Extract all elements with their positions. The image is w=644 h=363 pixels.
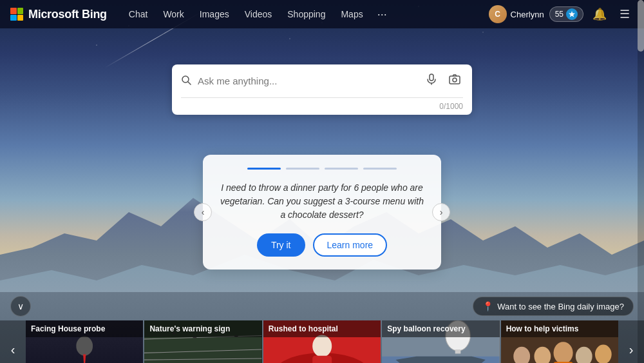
user-name: Cherlynn: [511, 10, 544, 19]
search-container: 0/1000: [172, 64, 472, 115]
menu-button[interactable]: ☰: [616, 5, 634, 24]
progress-dot-3[interactable]: [325, 168, 358, 170]
svg-rect-17: [312, 356, 332, 363]
avatar: C: [489, 5, 507, 23]
prompt-text: I need to throw a dinner party for 6 peo…: [218, 181, 426, 222]
search-input[interactable]: [198, 75, 417, 86]
search-box: 0/1000: [172, 64, 472, 115]
bing-daily-image-label: Want to see the Bing daily image?: [497, 302, 624, 311]
reward-icon: [566, 8, 578, 20]
news-title-1: Facing House probe: [26, 320, 143, 337]
chevron-right-carousel-icon: ›: [629, 342, 634, 357]
svg-rect-4: [450, 76, 460, 84]
scrollbar-thumb[interactable]: [638, 0, 644, 52]
scrollbar[interactable]: [638, 0, 644, 363]
news-title-2: Nature's warning sign: [144, 320, 261, 337]
points-badge[interactable]: 55: [549, 6, 583, 22]
bottom-section: ∨ 📍 Want to see the Bing daily image? ‹ …: [0, 292, 644, 363]
logo-area[interactable]: Microsoft Bing: [10, 8, 107, 21]
card-prev-button[interactable]: ‹: [194, 203, 212, 221]
microsoft-logo-icon: [10, 8, 23, 21]
news-item-3[interactable]: Rushed to hospital: [263, 320, 381, 363]
news-item-1[interactable]: Facing House probe: [26, 320, 143, 363]
news-item-4[interactable]: Spy balloon recovery: [382, 320, 499, 363]
svg-line-1: [188, 82, 191, 84]
star-icon: [568, 10, 576, 18]
nav-chat[interactable]: Chat: [122, 5, 155, 24]
svg-rect-21: [455, 349, 461, 353]
svg-point-16: [312, 335, 332, 357]
notifications-button[interactable]: 🔔: [589, 5, 611, 24]
news-carousel: ‹ Facing House probe: [0, 320, 644, 363]
chevron-left-carousel-icon: ‹: [11, 342, 15, 357]
nav-links: Chat Work Images Videos Shopping Maps ··…: [122, 5, 489, 24]
svg-point-25: [553, 342, 573, 363]
progress-dot-1[interactable]: [247, 168, 281, 170]
card-next-button[interactable]: ›: [432, 203, 450, 221]
nav-videos[interactable]: Videos: [238, 5, 279, 24]
points-value: 55: [555, 10, 564, 19]
svg-point-8: [76, 337, 93, 356]
bing-daily-image-button[interactable]: 📍 Want to see the Bing daily image?: [473, 297, 634, 316]
nav-more-button[interactable]: ···: [372, 5, 392, 24]
location-pin-icon: 📍: [482, 301, 493, 311]
search-input-row: [172, 64, 472, 97]
search-counter: 0/1000: [172, 98, 472, 115]
nav-right-section: C Cherlynn 55 🔔 ☰: [489, 5, 634, 24]
nav-maps[interactable]: Maps: [334, 5, 369, 24]
search-right-icons: [423, 72, 463, 90]
carousel-prev-button[interactable]: ‹: [0, 320, 26, 363]
news-title-3: Rushed to hospital: [263, 320, 381, 337]
bottom-toolbar: ∨ 📍 Want to see the Bing daily image?: [0, 292, 644, 320]
prompt-buttons: Try it Learn more: [218, 233, 426, 257]
chevron-left-icon: ‹: [202, 207, 205, 217]
chevron-down-icon: ∨: [17, 301, 24, 311]
nav-shopping[interactable]: Shopping: [281, 5, 332, 24]
expand-button[interactable]: ∨: [10, 296, 31, 317]
svg-rect-2: [430, 74, 433, 81]
chevron-right-icon: ›: [440, 207, 443, 217]
learn-more-button[interactable]: Learn more: [313, 233, 388, 257]
svg-point-5: [453, 78, 457, 82]
search-icon: [181, 75, 191, 88]
news-items-container: Facing House probe: [26, 320, 618, 363]
progress-dot-4[interactable]: [363, 168, 397, 170]
news-title-4: Spy balloon recovery: [382, 320, 499, 337]
news-item-2[interactable]: Nature's warning sign: [144, 320, 261, 363]
mic-button[interactable]: [423, 72, 440, 90]
progress-indicators: [218, 168, 426, 170]
prompt-card: ‹ › I need to throw a dinner party for 6…: [203, 155, 441, 270]
nav-work[interactable]: Work: [156, 5, 190, 24]
nav-images[interactable]: Images: [193, 5, 236, 24]
user-profile[interactable]: C Cherlynn: [489, 5, 544, 23]
progress-dot-2[interactable]: [286, 168, 319, 170]
bing-logo-text: Microsoft Bing: [28, 8, 107, 21]
navbar: Microsoft Bing Chat Work Images Videos S…: [0, 0, 644, 28]
news-item-5[interactable]: How to help victims: [501, 320, 618, 363]
try-it-button[interactable]: Try it: [257, 233, 305, 257]
news-title-5: How to help victims: [501, 320, 618, 337]
camera-button[interactable]: [446, 72, 463, 90]
